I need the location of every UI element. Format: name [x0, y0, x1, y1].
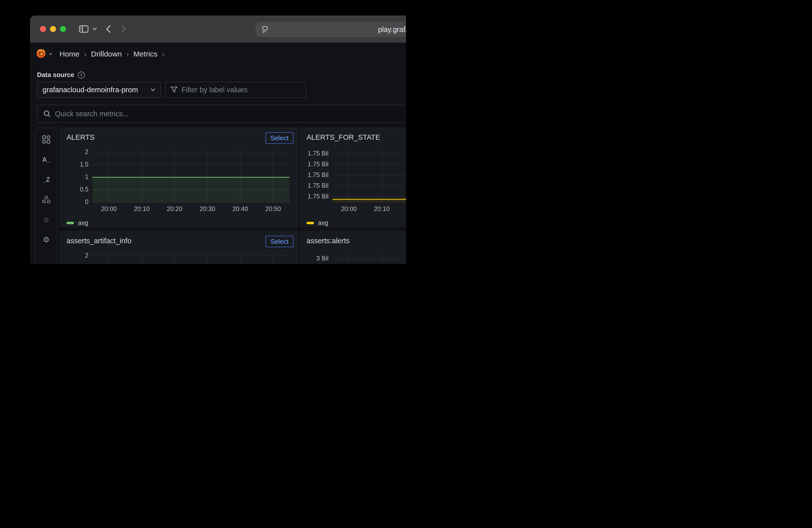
metrics-panel-grid: ALERTSSelect21.510.5020:0020:1020:2020:3… — [60, 128, 406, 264]
legend-color-pill — [306, 222, 314, 224]
datasource-label: Data source — [37, 71, 74, 79]
label-filter-field[interactable] — [182, 86, 301, 94]
filter-suffix-z-icon[interactable]: _Z — [42, 175, 50, 184]
breadcrumb: Home › Drilldown › Metrics › — [59, 50, 164, 58]
panel-chart: 21.510.5020:0020:1020:2020:3020:4020:50a… — [64, 252, 293, 264]
metric-panel: ALERTS_FOR_STATESelect1.75 Bil1.75 Bil1.… — [300, 128, 406, 227]
breadcrumb-home[interactable]: Home — [59, 50, 79, 58]
grafana-header: Home › Drilldown › Metrics › ⌘+k ? Sign … — [30, 43, 406, 65]
y-axis-tick: 2 — [64, 148, 88, 156]
breadcrumb-separator-icon: › — [84, 50, 87, 58]
datasource-select[interactable]: grafanacloud-demoinfra-prom — [37, 82, 161, 98]
breadcrumb-drilldown[interactable]: Drilldown — [91, 50, 122, 58]
back-icon[interactable] — [106, 25, 111, 33]
panel-title: ALERTS_FOR_STATE — [304, 132, 380, 142]
x-axis-tick: 20:50 — [265, 205, 281, 212]
select-button[interactable]: Select — [265, 236, 293, 247]
tab-group-chevron-icon[interactable] — [92, 28, 97, 30]
y-axis-tick: 1.75 Bil — [304, 193, 329, 200]
chevron-down-icon — [150, 88, 156, 91]
filter-prefix-a-icon[interactable]: A_ — [42, 155, 50, 164]
panel-chart: 3 Bil2 Bil1 Bil020:0020:1020:2020:3020:4… — [304, 252, 406, 264]
info-icon[interactable]: i — [78, 72, 85, 78]
select-button[interactable]: Select — [265, 132, 293, 144]
y-axis-tick: 0 — [64, 198, 88, 205]
metric-panel: asserts_artifact_infoSelect21.510.5020:0… — [60, 231, 298, 264]
metric-panel: ALERTSSelect21.510.5020:0020:1020:2020:3… — [60, 128, 298, 227]
x-axis-tick: 20:30 — [200, 205, 215, 212]
panel-chart: 21.510.5020:0020:1020:2020:3020:4020:50a… — [64, 148, 293, 227]
star-icon[interactable]: ☆ — [42, 215, 50, 224]
x-axis-tick: 20:10 — [134, 205, 150, 212]
breadcrumb-separator-icon: › — [126, 50, 129, 58]
zoom-window-icon[interactable] — [60, 26, 66, 32]
quick-search-field[interactable] — [55, 110, 406, 118]
group-icon[interactable] — [42, 195, 50, 204]
org-switcher-chevron-icon[interactable] — [48, 53, 53, 55]
y-axis-tick: 1.75 Bil — [304, 150, 329, 157]
metrics-sidebar: A_ _Z ☆ ⚙ — [35, 128, 58, 264]
x-axis-tick: 20:00 — [101, 205, 117, 212]
x-axis-tick: 20:00 — [341, 205, 357, 212]
panel-chart: 1.75 Bil1.75 Bil1.75 Bil1.75 Bil1.75 Bil… — [304, 148, 406, 227]
panel-title: ALERTS — [64, 132, 95, 142]
legend-label: avg — [318, 219, 328, 226]
datasource-label-row: Data source i — [37, 71, 406, 79]
y-axis-tick: 0.5 — [64, 186, 88, 193]
sidebar-toggle-icon[interactable] — [79, 25, 88, 33]
x-axis-tick: 20:10 — [374, 205, 390, 212]
y-axis-tick: 2 — [64, 252, 88, 259]
address-bar[interactable]: play.grafana.org A文 — [256, 22, 406, 37]
forward-icon[interactable] — [121, 25, 126, 33]
browser-window: play.grafana.org A文 — [30, 15, 406, 264]
grafana-logo[interactable] — [36, 49, 46, 59]
y-axis-tick: 1.75 Bil — [304, 171, 329, 178]
y-axis-tick: 1.5 — [64, 161, 88, 168]
legend-item[interactable]: avg — [306, 219, 328, 226]
reader-icon[interactable] — [261, 26, 269, 33]
x-axis-tick: 20:40 — [232, 205, 248, 212]
gear-icon[interactable]: ⚙ — [42, 235, 50, 244]
breadcrumb-metrics[interactable]: Metrics — [133, 50, 158, 58]
datasource-value: grafanacloud-demoinfra-prom — [43, 86, 138, 94]
filter-icon — [171, 87, 177, 93]
legend-item[interactable]: avg — [67, 219, 88, 226]
y-axis-tick: 3 Bil — [304, 255, 329, 262]
quick-search-input[interactable]: 721 ✕ — [37, 105, 406, 123]
label-filter-input[interactable] — [165, 82, 306, 98]
y-axis-tick: 1.75 Bil — [304, 161, 329, 168]
breadcrumb-separator-icon: › — [162, 50, 164, 58]
y-axis-tick: 1.75 Bil — [304, 182, 329, 189]
legend-label: avg — [78, 219, 88, 226]
traffic-lights — [40, 26, 66, 32]
browser-toolbar: play.grafana.org A文 — [30, 15, 406, 43]
legend-color-pill — [67, 222, 74, 224]
apps-grid-icon[interactable] — [42, 135, 50, 144]
close-window-icon[interactable] — [40, 26, 46, 32]
desktop: play.grafana.org A文 — [0, 0, 406, 264]
search-icon — [44, 110, 50, 117]
url-text: play.grafana.org — [269, 26, 406, 34]
panel-title: asserts_artifact_info — [64, 236, 131, 245]
x-axis-tick: 20:20 — [167, 205, 183, 212]
minimize-window-icon[interactable] — [50, 26, 56, 32]
panel-title: asserts:alerts — [304, 236, 349, 245]
metric-panel: asserts:alertsSelect3 Bil2 Bil1 Bil020:0… — [300, 231, 406, 264]
y-axis-tick: 1 — [64, 173, 88, 180]
